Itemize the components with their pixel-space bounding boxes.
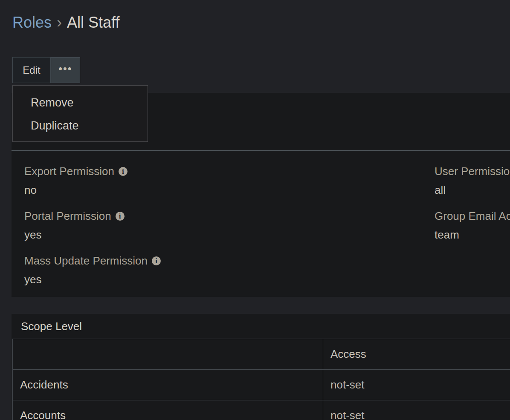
- breadcrumb: Roles›All Staff: [12, 13, 119, 32]
- field-value: team: [435, 228, 510, 242]
- field-user-permission: User Permission i all: [435, 164, 510, 197]
- field-label: Mass Update Permission i: [24, 254, 409, 268]
- field-value: yes: [24, 228, 409, 242]
- breadcrumb-link-roles[interactable]: Roles: [12, 14, 52, 31]
- field-group-email-account-permission: Group Email Account Permission i team: [435, 209, 510, 242]
- more-actions-button[interactable]: •••: [51, 57, 80, 83]
- info-icon[interactable]: i: [152, 256, 161, 265]
- field-portal-permission: Portal Permission i yes: [24, 209, 409, 242]
- scope-table: Access Accidents not-set Accounts not-se…: [12, 339, 510, 420]
- field-label-text: Portal Permission: [24, 209, 111, 223]
- scope-level-panel: Scope Level Access Accidents not-set Acc…: [12, 314, 510, 420]
- scope-table-header-row: Access: [13, 339, 510, 370]
- scope-column-header-empty: [13, 339, 323, 370]
- field-label-text: User Permission: [435, 164, 510, 178]
- field-label-text: Mass Update Permission: [24, 254, 148, 268]
- field-label: Export Permission i: [24, 164, 409, 178]
- info-icon[interactable]: i: [116, 212, 125, 221]
- record-actions: Edit •••: [12, 57, 80, 83]
- field-value: all: [435, 183, 510, 197]
- info-icon[interactable]: i: [119, 167, 128, 176]
- field-mass-update-permission: Mass Update Permission i yes: [24, 254, 409, 287]
- field-label: Portal Permission i: [24, 209, 409, 223]
- fields-column-left: Export Permission i no Portal Permission…: [12, 164, 422, 297]
- scope-panel-title: Scope Level: [12, 314, 510, 339]
- scope-access-cell: not-set: [323, 370, 510, 400]
- field-label-text: Export Permission: [24, 164, 114, 178]
- scope-access-cell: not-set: [323, 400, 510, 420]
- field-export-permission: Export Permission i no: [24, 164, 409, 197]
- ellipsis-icon: •••: [58, 63, 72, 77]
- fields-column-right: User Permission i all Group Email Accoun…: [422, 164, 510, 297]
- breadcrumb-current: All Staff: [67, 14, 119, 31]
- scope-column-header-access: Access: [323, 339, 510, 370]
- field-label: User Permission i: [435, 164, 510, 178]
- fields-area: Export Permission i no Portal Permission…: [12, 150, 510, 297]
- menu-item-remove[interactable]: Remove: [13, 91, 148, 114]
- field-value: yes: [24, 273, 409, 287]
- field-label-text: Group Email Account Permission: [435, 209, 510, 223]
- menu-item-duplicate[interactable]: Duplicate: [13, 114, 148, 137]
- table-row-accidents: Accidents not-set: [13, 370, 510, 400]
- edit-button[interactable]: Edit: [12, 57, 51, 83]
- scope-name-cell: Accidents: [13, 370, 323, 400]
- field-value: no: [24, 183, 409, 197]
- field-label: Group Email Account Permission i: [435, 209, 510, 223]
- breadcrumb-separator-icon: ›: [57, 14, 62, 31]
- scope-name-cell: Accounts: [13, 400, 323, 420]
- table-row-accounts: Accounts not-set: [13, 400, 510, 420]
- actions-dropdown-menu: Remove Duplicate: [12, 85, 148, 142]
